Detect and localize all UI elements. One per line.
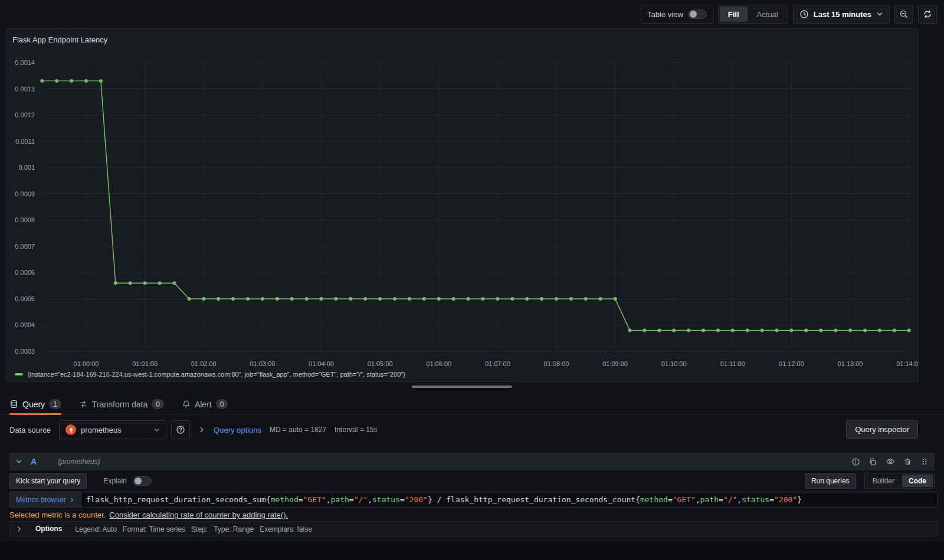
svg-text:0.0004: 0.0004: [15, 321, 35, 328]
svg-text:0.0012: 0.0012: [15, 111, 35, 118]
chevron-down-icon: [876, 11, 883, 18]
tab-alert-label: Alert: [195, 400, 212, 409]
metrics-browser-label: Metrics browser: [16, 496, 66, 504]
database-icon: [9, 400, 18, 409]
add-rate-hint-link[interactable]: Consider calculating rate of counter by …: [109, 510, 288, 519]
clock-icon: [799, 9, 809, 19]
svg-text:01:05:00: 01:05:00: [368, 360, 393, 367]
footer-strip: [0, 541, 944, 560]
grafana-panel-edit-view: Table view Fill Actual Last 15 minutes: [0, 0, 944, 560]
tab-transform-data[interactable]: Transform data 0: [79, 394, 164, 415]
latency-chart-svg[interactable]: 0.00140.00130.00120.00110.0010.00090.000…: [6, 29, 918, 381]
timeseries-panel: Flask App Endpoint Latency 0.00140.00130…: [6, 28, 919, 382]
svg-text:0.0013: 0.0013: [15, 85, 35, 93]
query-code: flask_http_request_duration_seconds_sum{…: [86, 495, 802, 504]
promql-input[interactable]: flask_http_request_duration_seconds_sum{…: [81, 492, 938, 508]
chevron-down-icon: [153, 427, 160, 433]
fill-actual-group: Fill Actual: [718, 5, 788, 24]
datasource-picker[interactable]: prometheus: [59, 420, 166, 439]
datasource-help-button[interactable]: [171, 420, 190, 439]
query-options-collapsed-row[interactable]: Options Legend: AutoFormat: Time seriesS…: [9, 521, 938, 536]
svg-text:01:07:00: 01:07:00: [485, 360, 510, 367]
tab-query-label: Query: [22, 400, 45, 409]
warning-text: Selected metric is a counter.: [9, 510, 106, 519]
refresh-button[interactable]: [918, 5, 937, 24]
promql-editor-row: Metrics browser flask_http_request_durat…: [9, 492, 938, 508]
query-options-md: MD = auto = 1827: [270, 426, 326, 434]
svg-text:01:06:00: 01:06:00: [426, 360, 451, 367]
editor-toolbar-right: Run queries Builder Code: [805, 473, 935, 489]
query-ref-row[interactable]: A (prometheus): [9, 453, 935, 470]
svg-text:01:03:00: 01:03:00: [250, 360, 275, 367]
builder-option[interactable]: Builder: [866, 475, 901, 487]
active-tab-underline: [9, 413, 61, 415]
editor-tabs: Query 1 Transform data 0 Alert 0: [0, 394, 944, 415]
svg-text:0.0009: 0.0009: [15, 190, 35, 197]
transform-icon: [79, 400, 88, 409]
toggle-knob: [135, 477, 142, 485]
hide-response-eye-icon[interactable]: [886, 457, 895, 466]
query-inspector-button[interactable]: Query inspector: [846, 420, 918, 439]
bell-icon: [182, 400, 191, 409]
kick-start-query-button[interactable]: Kick start your query: [9, 473, 87, 489]
fill-option[interactable]: Fill: [720, 6, 748, 22]
run-queries-button[interactable]: Run queries: [805, 473, 856, 489]
svg-text:01:00:00: 01:00:00: [74, 360, 99, 367]
query-options-label[interactable]: Query options: [214, 426, 261, 434]
svg-text:01:01:00: 01:01:00: [132, 360, 158, 367]
svg-text:01:12:00: 01:12:00: [779, 360, 804, 367]
svg-text:01:10:00: 01:10:00: [661, 360, 687, 367]
caret-right-icon: [16, 526, 22, 532]
svg-text:01:02:00: 01:02:00: [191, 360, 217, 367]
datasource-value: prometheus: [81, 426, 149, 434]
svg-text:0.0007: 0.0007: [15, 243, 35, 250]
help-circle-icon: [176, 425, 185, 434]
explain-toggle[interactable]: [133, 476, 152, 486]
table-view-toggle[interactable]: [688, 9, 707, 19]
query-row-actions: [851, 457, 929, 466]
toggle-knob: [690, 11, 697, 18]
table-view-label: Table view: [647, 10, 683, 19]
tab-alert-badge: 0: [216, 399, 228, 409]
query-options-interval: Interval = 15s: [335, 426, 377, 434]
remove-query-trash-icon[interactable]: [903, 457, 912, 466]
metrics-browser-button[interactable]: Metrics browser: [9, 492, 81, 508]
query-ref-id: A: [31, 457, 37, 466]
options-label: Options: [35, 525, 62, 533]
svg-text:01:11:00: 01:11:00: [720, 360, 745, 367]
info-circle-icon[interactable]: [851, 457, 860, 466]
svg-text:0.001: 0.001: [18, 164, 35, 171]
zoom-out-icon: [899, 9, 909, 19]
query-editor-toolbar: Kick start your query Explain Run querie…: [9, 473, 935, 489]
table-view-group: Table view: [641, 5, 713, 24]
tab-query[interactable]: Query 1: [9, 394, 61, 415]
svg-text:0.0003: 0.0003: [15, 348, 35, 355]
tab-alert[interactable]: Alert 0: [182, 394, 228, 415]
svg-text:01:09:00: 01:09:00: [602, 360, 628, 367]
svg-text:0.0006: 0.0006: [15, 269, 35, 276]
chart-legend: {instance="ec2-184-169-216-224.us-west-1…: [15, 371, 405, 378]
prometheus-logo-icon: [65, 424, 76, 435]
collapse-chevron-icon[interactable]: [15, 458, 22, 465]
builder-code-group: Builder Code: [864, 473, 935, 489]
svg-text:01:04:00: 01:04:00: [309, 360, 334, 367]
duplicate-query-icon[interactable]: [868, 457, 877, 466]
drag-handle-grip-icon[interactable]: [920, 457, 929, 466]
panel-resize-handle[interactable]: [412, 386, 512, 388]
tab-query-badge: 1: [49, 399, 61, 409]
svg-text:0.0014: 0.0014: [15, 59, 35, 66]
tab-transform-badge: 0: [152, 399, 164, 409]
actual-option[interactable]: Actual: [749, 6, 786, 22]
svg-text:0.0005: 0.0005: [15, 295, 35, 302]
top-toolbar: Table view Fill Actual Last 15 minutes: [0, 0, 944, 28]
time-range-label: Last 15 minutes: [814, 10, 871, 19]
zoom-out-button[interactable]: [894, 5, 913, 24]
caret-right-icon: [69, 497, 75, 503]
options-details: Legend: AutoFormat: Time seriesStep:Type…: [75, 523, 318, 534]
time-range-picker[interactable]: Last 15 minutes: [793, 5, 890, 24]
svg-text:0.0008: 0.0008: [15, 216, 35, 223]
legend-series-label[interactable]: {instance="ec2-184-169-216-224.us-west-1…: [28, 371, 405, 378]
code-option[interactable]: Code: [902, 475, 933, 487]
query-options-group[interactable]: Query options MD = auto = 1827 Interval …: [198, 426, 377, 434]
datasource-row: Data source prometheus Query options MD …: [0, 420, 944, 440]
